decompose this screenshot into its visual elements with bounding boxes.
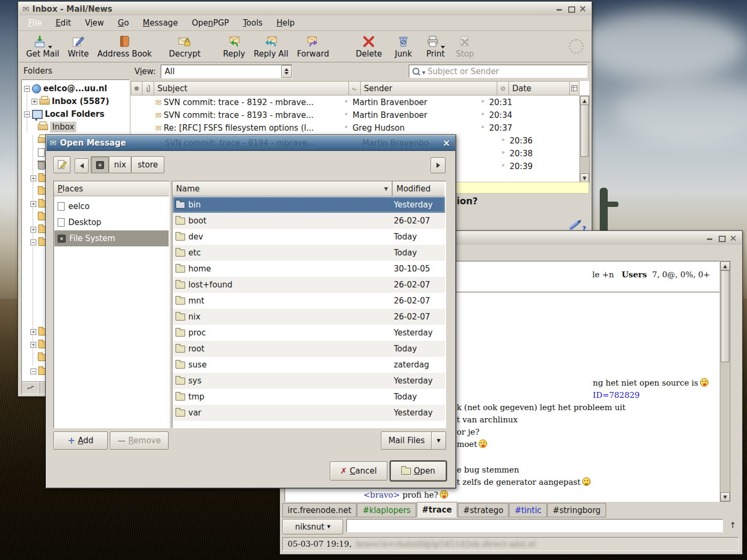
message-row[interactable]: ✉ Re: [RFC] FSFS filesystem options (l..… — [131, 122, 579, 134]
scroll-down-arrow[interactable]: ▼ — [720, 492, 730, 501]
search-box[interactable]: ▼ Subject or Sender — [409, 65, 587, 78]
breadcrumb-store[interactable]: store — [131, 156, 164, 173]
junk-button[interactable]: Junk — [391, 34, 416, 60]
attachment-column-header[interactable] — [142, 81, 154, 95]
send-up-icon[interactable]: ↑ — [729, 521, 736, 530]
scroll-thumb[interactable] — [581, 105, 589, 157]
sender-column-header[interactable]: Sender — [361, 81, 497, 95]
path-back-button[interactable] — [75, 158, 89, 173]
maximize-button[interactable] — [718, 235, 726, 242]
file-row-proc[interactable]: procYesterday — [173, 325, 445, 341]
irc-scrollbar[interactable]: ▲ ▼ — [720, 261, 730, 502]
places-header[interactable]: Places — [54, 181, 169, 196]
get-mail-dropdown-arrow[interactable] — [48, 46, 52, 49]
tree-local-folders[interactable]: −Local Folders — [22, 108, 130, 121]
collapse-expander[interactable]: − — [24, 111, 30, 117]
tree-account-eelco[interactable]: −eelco@...uu.nl — [22, 82, 130, 95]
file-row-bin[interactable]: binYesterday — [173, 197, 445, 213]
scroll-down-arrow[interactable]: ▼ — [580, 173, 589, 182]
delete-button[interactable]: Delete — [352, 34, 386, 60]
read-column-header[interactable] — [131, 81, 142, 95]
cancel-button[interactable]: ✗ Cancel — [330, 461, 387, 481]
address-book-button[interactable]: Address Book — [93, 34, 156, 60]
tab-stratego[interactable]: #stratego — [458, 503, 508, 517]
expand-expander[interactable]: + — [31, 99, 37, 105]
column-picker[interactable] — [570, 81, 579, 95]
file-row-var[interactable]: varYesterday — [173, 405, 445, 421]
chat-line-link[interactable]: ID=782829 — [593, 390, 640, 400]
expand-expander[interactable]: + — [30, 227, 36, 233]
file-row-etc[interactable]: etcToday — [173, 245, 445, 261]
statusbar-grippy[interactable] — [21, 381, 39, 394]
minimize-button[interactable] — [706, 235, 714, 242]
date-column-header[interactable]: Date — [509, 81, 570, 95]
place-file-system[interactable]: File System — [54, 230, 169, 246]
file-row-suse[interactable]: susezaterdag — [173, 357, 445, 373]
menu-message[interactable]: Message — [143, 18, 178, 28]
add-button[interactable]: + Add — [53, 431, 108, 450]
menu-help[interactable]: Help — [276, 18, 295, 28]
minimize-button[interactable] — [555, 5, 563, 12]
tab-klaplopers[interactable]: #klaplopers — [357, 503, 416, 517]
tab-server[interactable]: irc.freenode.net — [282, 503, 356, 517]
open-button[interactable]: Open — [391, 461, 446, 481]
menu-openpgp[interactable]: OpenPGP — [192, 18, 229, 28]
collapse-expander[interactable]: − — [30, 369, 36, 374]
file-type-filter-arrow[interactable]: ▼ — [431, 431, 446, 450]
expand-expander[interactable]: + — [30, 329, 36, 335]
get-mail-button[interactable]: Get Mail — [22, 34, 63, 60]
view-select-stepper[interactable] — [281, 65, 292, 78]
print-dropdown-arrow[interactable] — [441, 46, 445, 49]
decrypt-button[interactable]: Decrypt — [164, 34, 204, 60]
maximize-button[interactable] — [567, 5, 575, 12]
scroll-thumb[interactable] — [721, 270, 729, 362]
file-row-tmp[interactable]: tmpToday — [173, 389, 445, 405]
dialog-close-button[interactable]: × — [443, 138, 450, 148]
file-row-boot[interactable]: boot26-02-07 — [173, 213, 445, 229]
search-options-arrow[interactable]: ▼ — [422, 70, 425, 75]
file-row-sys[interactable]: sysYesterday — [173, 373, 445, 389]
mail-titlebar[interactable]: ✉ Inbox - Mail/News × — [19, 2, 591, 16]
file-row-root[interactable]: rootToday — [173, 341, 445, 357]
scroll-up-arrow[interactable]: ▲ — [720, 261, 730, 270]
path-forward-button[interactable] — [431, 157, 446, 173]
write-button[interactable]: Write — [63, 34, 93, 60]
expand-expander[interactable]: + — [30, 201, 36, 207]
expand-expander[interactable]: + — [30, 342, 36, 348]
tab-trace[interactable]: #trace — [417, 502, 457, 517]
breadcrumb-root[interactable] — [91, 156, 109, 173]
menu-tools[interactable]: Tools — [243, 18, 263, 28]
menu-go[interactable]: Go — [118, 18, 129, 28]
file-row-lost-found[interactable]: lost+found26-02-07 — [173, 277, 445, 293]
tree-inbox-local[interactable]: Inbox — [22, 121, 130, 133]
dialog-titlebar[interactable]: ✉ Open Message SVN commit: trace - 8194 … — [46, 135, 455, 151]
modified-column-header[interactable]: Modified — [392, 181, 444, 196]
reply-button[interactable]: Reply — [219, 34, 250, 60]
expand-expander[interactable]: + — [30, 175, 36, 181]
forward-button[interactable]: Forward — [292, 34, 333, 60]
file-row-dev[interactable]: devToday — [173, 229, 445, 245]
message-row[interactable]: ✉ SVN commit: trace - 8192 - mbrave... °… — [131, 96, 579, 109]
collapse-expander[interactable]: − — [24, 86, 30, 92]
place-desktop[interactable]: Desktop — [54, 214, 169, 230]
type-filename-button[interactable] — [53, 156, 70, 173]
collapse-expander[interactable]: − — [30, 239, 36, 245]
chat-input[interactable] — [346, 519, 723, 532]
menu-edit[interactable]: Edit — [55, 18, 71, 28]
nick-button[interactable]: niksnut▼ — [282, 519, 343, 534]
remove-button[interactable]: — Remove — [110, 431, 169, 450]
file-row-nix[interactable]: nix26-02-07 — [173, 309, 445, 325]
tree-inbox-remote[interactable]: +Inbox (5587) — [22, 95, 130, 108]
file-type-filter[interactable]: Mail Files — [381, 431, 432, 450]
breadcrumb-nix[interactable]: nix — [109, 156, 131, 173]
message-row[interactable]: ✉ SVN commit: trace - 8193 - mbrave... °… — [131, 109, 579, 122]
message-list-scrollbar[interactable]: ▲ ▼ — [579, 95, 590, 183]
menu-file[interactable]: File — [28, 18, 42, 28]
close-button[interactable]: × — [729, 235, 737, 242]
view-select[interactable]: All — [161, 65, 292, 78]
print-button[interactable]: Print — [422, 34, 449, 60]
reply-all-button[interactable]: Reply All — [249, 34, 292, 60]
close-button[interactable]: × — [579, 5, 587, 12]
subject-column-header[interactable]: Subject — [154, 81, 349, 95]
file-row-mnt[interactable]: mnt26-02-07 — [173, 293, 445, 309]
